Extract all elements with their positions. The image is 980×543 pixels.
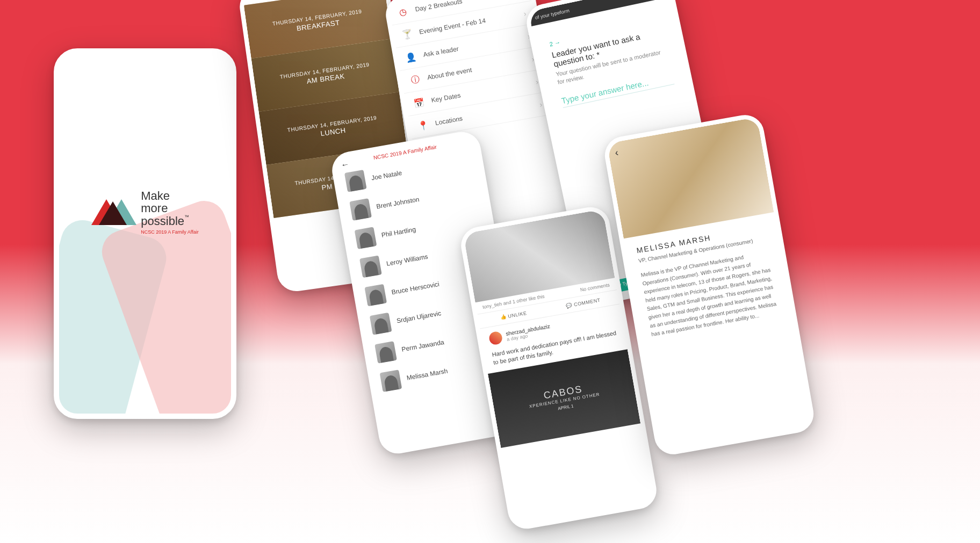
back-button[interactable]: ‹ bbox=[614, 147, 619, 159]
leader-icon: 👤 bbox=[406, 52, 417, 63]
avatar bbox=[380, 370, 402, 392]
clock-icon: ◷ bbox=[398, 6, 409, 17]
splash-tagline: Make more possible™ bbox=[141, 190, 198, 227]
cocktail-icon: 🍸 bbox=[401, 28, 413, 40]
avatar bbox=[359, 256, 382, 278]
logo-mark bbox=[91, 196, 134, 228]
pin-icon: 📍 bbox=[417, 120, 429, 131]
calendar-icon: 📅 bbox=[414, 97, 425, 108]
avatar bbox=[370, 313, 392, 335]
splash-subtitle: NCSC 2019 A Family Affair bbox=[141, 229, 198, 235]
avatar bbox=[344, 170, 367, 192]
chevron-right-icon: › bbox=[523, 9, 527, 18]
avatar bbox=[355, 227, 377, 249]
avatar bbox=[374, 341, 397, 364]
question-number: 2 → bbox=[549, 39, 561, 48]
back-button[interactable]: ← bbox=[340, 160, 350, 171]
phone-splash: Make more possible™ NCSC 2019 A Family A… bbox=[54, 48, 236, 419]
chevron-right-icon: › bbox=[539, 100, 543, 109]
avatar bbox=[364, 284, 387, 307]
avatar bbox=[349, 198, 372, 221]
profile-bio: Melissa is the VP of Channel Marketing a… bbox=[640, 249, 782, 339]
info-icon: ⓘ bbox=[409, 74, 421, 85]
